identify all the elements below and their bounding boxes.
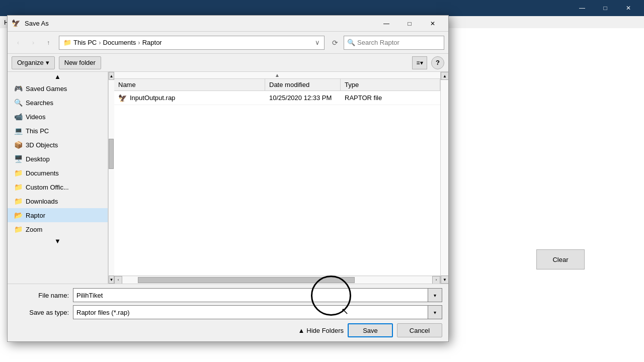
sidebar-scroll-up-btn[interactable]: ▲ [109,72,114,80]
minimize-button[interactable]: — [375,16,398,32]
file-date-cell: 10/25/2020 12:33 PM [265,94,341,102]
view-button[interactable]: ≡ ▾ [412,56,427,69]
sidebar-label-searches: Searches [26,99,53,107]
table-row[interactable]: 🦅 InputOutput.rap 10/25/2020 12:33 PM RA… [114,91,440,105]
filename-input[interactable] [73,288,428,302]
sidebar-item-custom-office[interactable]: 📁 Custom Offic... [8,180,108,194]
titlebar-controls: — □ ✕ [375,16,444,32]
dialog-vscroll: ▲ ▼ [440,72,448,284]
hide-folders-button[interactable]: ▲ Hide Folders [298,327,344,334]
savetype-dropdown-btn[interactable]: ▾ [428,305,442,319]
help-label: ? [436,59,440,66]
sidebar-item-documents[interactable]: 📁 Documents [8,166,108,180]
breadcrumb-sep2: › [138,39,140,46]
sidebar-label-3d-objects: 3D Objects [26,141,58,149]
sidebar-label-videos: Videos [26,113,46,121]
close-button[interactable]: ✕ [421,16,444,32]
hscroll-thumb[interactable] [138,277,355,283]
new-folder-button[interactable]: New folder [59,56,101,69]
file-name: InputOutput.rap [130,94,175,102]
breadcrumb[interactable]: 📁 This PC › Documents › Raptor ∨ [59,36,325,50]
view-arrow-icon: ▾ [420,59,423,66]
cancel-button[interactable]: Cancel [397,323,442,337]
search-input[interactable] [357,39,442,46]
sort-up-arrow: ▲ [275,72,280,78]
filename-input-wrapper: ▾ [73,288,442,302]
column-date[interactable]: Date modified [265,79,341,90]
filename-dropdown-btn[interactable]: ▾ [428,288,442,302]
sort-arrow-container: ▲ [114,72,440,79]
sidebar-item-downloads[interactable]: 📁 Downloads [8,194,108,208]
hide-folders-row: ▲ Hide Folders [298,323,344,337]
savetype-select[interactable]: Raptor files (*.rap) [73,305,428,319]
sidebar-label-custom-office: Custom Offic... [26,184,69,191]
sidebar-item-this-pc[interactable]: 💻 This PC [8,124,108,138]
savetype-row: Save as type: Raptor files (*.rap) ▾ [14,305,442,319]
search-box: 🔍 [344,36,444,50]
savetype-input-wrapper: Raptor files (*.rap) ▾ [73,305,442,319]
filelist-header: Name Date modified Type [114,79,440,91]
dialog-title-icon: 🦅 [12,19,21,28]
sidebar-item-raptor[interactable]: 📂 Raptor [8,208,108,222]
sidebar-scroll-up[interactable]: ▲ [8,72,108,81]
column-name[interactable]: Name [114,79,265,90]
breadcrumb-this-pc[interactable]: This PC [73,39,97,46]
hscroll-left-btn[interactable]: ‹ [114,276,122,284]
searches-icon: 🔍 [14,98,23,107]
refresh-button[interactable]: ⟳ [329,36,342,49]
sidebar-item-videos[interactable]: 📹 Videos [8,110,108,124]
file-name-cell: 🦅 InputOutput.rap [114,94,265,102]
file-date: 10/25/2020 12:33 PM [269,94,332,102]
documents-icon: 📁 [14,168,23,177]
file-type: RAPTOR file [345,94,382,102]
dialog-sidebar: ▲ 🎮 Saved Games 🔍 Searches 📹 Videos 💻 Th… [8,72,108,284]
vscroll-down-btn[interactable]: ▼ [441,276,448,284]
help-button[interactable]: ? [431,56,444,69]
maximize-button[interactable]: □ [398,16,421,32]
breadcrumb-raptor[interactable]: Raptor [142,39,162,46]
sidebar-item-zoom[interactable]: 📁 Zoom [8,222,108,236]
column-type[interactable]: Type [341,79,440,90]
vscroll-track [441,80,448,276]
sidebar-label-raptor: Raptor [26,212,45,219]
sidebar-item-saved-games[interactable]: 🎮 Saved Games [8,81,108,96]
file-icon: 🦅 [118,94,127,102]
raptor-icon: 📂 [14,211,23,220]
save-button[interactable]: Save [348,323,393,337]
sidebar-item-desktop[interactable]: 🖥️ Desktop [8,152,108,166]
sidebar-scroll-thumb[interactable] [109,139,114,169]
file-type-cell: RAPTOR file [341,94,440,102]
horizontal-scrollbar: ‹ › [114,276,440,284]
sidebar-scroll-track [109,80,114,276]
desktop-icon: 🖥️ [14,154,23,163]
breadcrumb-documents[interactable]: Documents [103,39,136,46]
column-type-label: Type [345,81,359,88]
up-button[interactable]: ↑ [42,36,55,49]
view-icon: ≡ [416,59,420,66]
back-button[interactable]: ‹ [12,36,25,49]
sidebar-label-this-pc: This PC [26,127,49,135]
hide-folders-label: Hide Folders [306,327,344,334]
filename-row: File name: ▾ [14,288,442,302]
videos-icon: 📹 [14,112,23,121]
dialog-actions: ▲ Hide Folders Save Cancel [14,323,442,337]
forward-button[interactable]: › [27,36,40,49]
vscroll-up-btn[interactable]: ▲ [441,72,448,80]
save-label: Save [363,327,378,334]
breadcrumb-sep1: › [99,39,101,46]
downloads-icon: 📁 [14,197,23,206]
sidebar-scroll-down-btn[interactable]: ▼ [109,276,114,284]
save-as-dialog: 🦅 Save As — □ ✕ ‹ › ↑ 📁 This PC › Docume… [7,15,449,342]
filename-label: File name: [14,292,69,299]
sidebar-item-3d-objects[interactable]: 📦 3D Objects [8,138,108,152]
new-folder-label: New folder [64,59,96,66]
sidebar-label-documents: Documents [26,169,59,177]
sidebar-scroll-down[interactable]: ▼ [8,236,108,246]
hscroll-right-btn[interactable]: › [432,276,440,284]
organize-button[interactable]: Organize ▾ [12,56,55,69]
dialog-bottom: File name: ▾ Save as type: Raptor files … [8,284,448,341]
column-name-label: Name [118,81,136,88]
search-icon: 🔍 [347,39,355,46]
breadcrumb-dropdown-icon[interactable]: ∨ [315,39,320,46]
sidebar-item-searches[interactable]: 🔍 Searches [8,96,108,110]
